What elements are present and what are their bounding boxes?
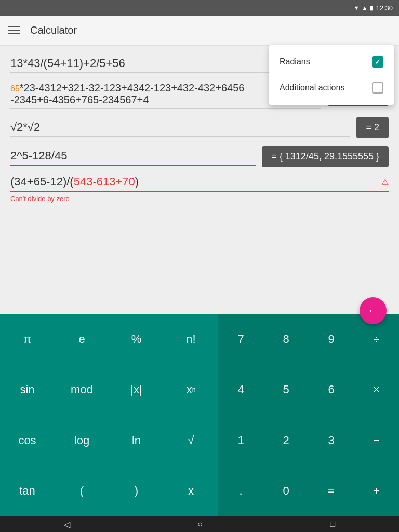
- back-button[interactable]: ◁: [64, 520, 70, 529]
- dropdown-menu: Radians Additional actions: [269, 45, 394, 105]
- key-mod[interactable]: mod: [55, 365, 109, 416]
- dropdown-item-radians[interactable]: Radians: [269, 49, 394, 75]
- key-8[interactable]: 8: [263, 314, 309, 365]
- key-3[interactable]: 3: [309, 415, 354, 466]
- keyboard-left: π e % n! sin mod |x| xn cos log ln √ tan…: [0, 314, 218, 516]
- app-title: Calculator: [30, 24, 77, 36]
- key-decimal[interactable]: .: [218, 466, 263, 517]
- app-bar: Calculator: [0, 16, 399, 45]
- time-display: 12:30: [376, 4, 393, 12]
- key-x-var[interactable]: x: [164, 466, 218, 517]
- dropdown-item-additional-actions[interactable]: Additional actions: [269, 75, 394, 101]
- key-7[interactable]: 7: [218, 314, 263, 365]
- key-4[interactable]: 4: [218, 365, 263, 416]
- key-subtract[interactable]: −: [354, 415, 399, 466]
- key-factorial[interactable]: n!: [164, 314, 218, 365]
- error-message-5: Can't divide by zero: [10, 195, 70, 203]
- expression-4-input[interactable]: 2^5-128/45: [10, 147, 256, 166]
- expression-3-input[interactable]: √2*√2: [10, 118, 350, 137]
- result-badge-4: = { 1312/45, 29.1555555 }: [262, 146, 389, 167]
- status-bar: ▼ ▲ ▮ 12:30: [0, 0, 399, 16]
- expression-5-input-row: (34+65-12)/(543-613+70) ⚠: [10, 175, 389, 192]
- keyboard: π e % n! sin mod |x| xn cos log ln √ tan…: [0, 314, 399, 516]
- key-tan[interactable]: tan: [0, 466, 55, 517]
- key-sqrt[interactable]: √: [164, 415, 218, 466]
- expression-row-4: 2^5-128/45 = { 1312/45, 29.1555555 }: [10, 142, 389, 171]
- key-add[interactable]: +: [354, 466, 399, 517]
- key-percent[interactable]: %: [109, 314, 164, 365]
- error-row-5: Can't divide by zero: [10, 192, 389, 207]
- bottom-nav: ◁ ○ □: [0, 516, 399, 532]
- home-button[interactable]: ○: [197, 520, 203, 529]
- battery-icon: ▮: [370, 5, 373, 11]
- key-log[interactable]: log: [55, 415, 109, 466]
- key-close-paren[interactable]: ): [109, 466, 164, 517]
- warning-icon: ⚠: [381, 177, 389, 187]
- key-sin[interactable]: sin: [0, 365, 55, 416]
- key-power[interactable]: xn: [164, 365, 218, 416]
- expression-row-3: √2*√2 = 2: [10, 113, 389, 142]
- backspace-fab[interactable]: ←: [360, 297, 387, 324]
- additional-actions-checkbox[interactable]: [372, 82, 383, 94]
- wifi-icon: ▼: [354, 5, 360, 11]
- additional-actions-label: Additional actions: [280, 83, 344, 92]
- key-5[interactable]: 5: [263, 365, 309, 416]
- expression-5-red: 543-613+70: [74, 175, 135, 188]
- signal-icon: ▲: [362, 5, 368, 11]
- key-multiply[interactable]: ×: [354, 365, 399, 416]
- key-6[interactable]: 6: [309, 365, 354, 416]
- backspace-icon: ←: [367, 304, 379, 317]
- status-icons: ▼ ▲ ▮ 12:30: [354, 4, 393, 12]
- expression-2-prefix: 65: [10, 84, 20, 93]
- expression-2-body[interactable]: *23-4312+321-32-123+4342-123+432-432+645…: [20, 82, 245, 94]
- radians-label: Radians: [280, 57, 310, 66]
- key-ln[interactable]: ln: [109, 415, 164, 466]
- radians-checkbox[interactable]: [372, 56, 383, 68]
- key-e[interactable]: e: [55, 314, 109, 365]
- result-badge-3: = 2: [356, 117, 389, 138]
- key-open-paren[interactable]: (: [55, 466, 109, 517]
- expression-5-end: ): [135, 175, 139, 188]
- recents-button[interactable]: □: [330, 520, 336, 529]
- key-abs[interactable]: |x|: [109, 365, 164, 416]
- key-9[interactable]: 9: [309, 314, 354, 365]
- key-0[interactable]: 0: [263, 466, 309, 517]
- key-equals[interactable]: =: [309, 466, 354, 517]
- expression-5-normal[interactable]: (34+65-12)/(: [10, 175, 74, 188]
- key-2[interactable]: 2: [263, 415, 309, 466]
- expression-row-5: (34+65-12)/(543-613+70) ⚠ Can't divide b…: [10, 171, 389, 208]
- key-1[interactable]: 1: [218, 415, 263, 466]
- keyboard-right: 7 8 9 ÷ 4 5 6 × 1 2 3 − . 0 = +: [218, 314, 399, 516]
- key-pi[interactable]: π: [0, 314, 55, 365]
- key-cos[interactable]: cos: [0, 415, 55, 466]
- menu-button[interactable]: [8, 26, 20, 34]
